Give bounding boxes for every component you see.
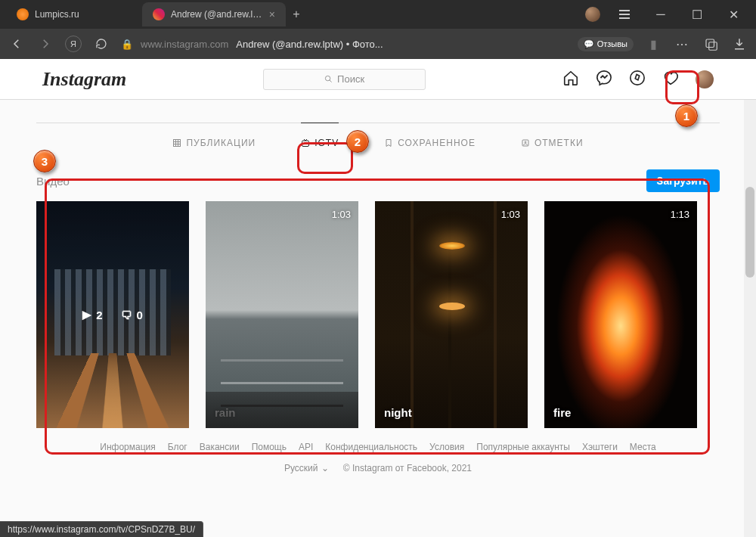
reload-button[interactable] bbox=[92, 35, 110, 53]
search-placeholder: Поиск bbox=[337, 73, 364, 85]
search-input[interactable]: Поиск bbox=[263, 69, 426, 90]
browser-tab-lumpics[interactable]: Lumpics.ru bbox=[6, 2, 142, 26]
grid-icon bbox=[172, 138, 181, 147]
window-minimize-button[interactable]: ─ bbox=[644, 3, 677, 26]
profile-tabs: ПУБЛИКАЦИИ IGTV СОХРАНЕННОЕ ОТМЕТКИ bbox=[36, 123, 720, 162]
bookmark-icon bbox=[384, 138, 393, 147]
instagram-logo[interactable]: Instagram bbox=[42, 68, 126, 91]
tagged-icon bbox=[521, 138, 530, 147]
new-tab-button[interactable]: + bbox=[286, 4, 307, 25]
tab-posts[interactable]: ПУБЛИКАЦИИ bbox=[172, 123, 256, 162]
browser-toolbar: Я 🔒 www.instagram.com Andrew (@and.rew.l… bbox=[0, 29, 756, 59]
svg-rect-4 bbox=[174, 139, 181, 146]
annotation-box-igtv bbox=[297, 142, 353, 174]
home-icon[interactable] bbox=[562, 70, 579, 89]
lock-icon: 🔒 bbox=[121, 39, 133, 50]
svg-rect-1 bbox=[709, 42, 717, 51]
forward-button[interactable] bbox=[36, 35, 54, 53]
window-close-button[interactable]: ✕ bbox=[717, 3, 750, 26]
svg-point-2 bbox=[325, 76, 330, 80]
browser-tab-instagram[interactable]: Andrew (@and.rew.lptw × bbox=[142, 2, 286, 26]
downloads-button[interactable] bbox=[730, 35, 748, 53]
annotation-marker-2: 2 bbox=[346, 130, 369, 153]
chevron-down-icon: ⌄ bbox=[321, 463, 329, 473]
search-icon bbox=[324, 75, 333, 83]
favicon-icon bbox=[153, 8, 165, 20]
reviews-button[interactable]: 💬Отзывы bbox=[578, 37, 634, 51]
tab-saved[interactable]: СОХРАНЕННОЕ bbox=[384, 123, 476, 162]
copyright-text: © Instagram от Facebook, 2021 bbox=[343, 463, 472, 473]
instagram-header: Instagram Поиск bbox=[0, 59, 756, 100]
back-button[interactable] bbox=[8, 35, 26, 53]
annotation-box-profile bbox=[665, 70, 699, 104]
close-tab-icon[interactable]: × bbox=[269, 8, 275, 20]
bookmark-button[interactable]: ▮ bbox=[644, 35, 662, 53]
vertical-scrollbar[interactable] bbox=[744, 100, 756, 537]
extensions-button[interactable] bbox=[702, 35, 720, 53]
scrollbar-thumb[interactable] bbox=[745, 187, 754, 278]
address-title: Andrew (@and.rew.lptw) • Фото... bbox=[236, 39, 383, 50]
speech-icon: 💬 bbox=[584, 39, 594, 49]
status-bar-url: https://www.instagram.com/tv/CPSnDZ7B_BU… bbox=[0, 521, 203, 537]
tab-tagged[interactable]: ОТМЕТКИ bbox=[521, 123, 584, 162]
tab-title: Lumpics.ru bbox=[35, 9, 132, 20]
window-maximize-button[interactable]: ☐ bbox=[680, 3, 714, 26]
tab-title: Andrew (@and.rew.lptw bbox=[171, 9, 263, 20]
annotation-marker-3: 3 bbox=[33, 150, 56, 172]
messenger-icon[interactable] bbox=[596, 70, 612, 89]
browser-tab-strip: Lumpics.ru Andrew (@and.rew.lptw × + ─ ☐… bbox=[0, 0, 756, 29]
yandex-home-button[interactable]: Я bbox=[65, 36, 82, 52]
svg-rect-0 bbox=[706, 39, 714, 48]
browser-menu-button[interactable] bbox=[608, 3, 641, 26]
language-selector[interactable]: Русский⌄ bbox=[284, 463, 329, 473]
annotation-box-videos bbox=[45, 178, 710, 455]
favicon-icon bbox=[17, 8, 29, 20]
svg-point-7 bbox=[525, 141, 526, 143]
address-domain: www.instagram.com bbox=[141, 39, 228, 50]
annotation-marker-1: 1 bbox=[675, 104, 698, 127]
browser-profile-avatar[interactable] bbox=[585, 7, 600, 22]
address-bar[interactable]: 🔒 www.instagram.com Andrew (@and.rew.lpt… bbox=[121, 33, 567, 55]
explore-icon[interactable] bbox=[629, 70, 646, 89]
svg-point-3 bbox=[631, 70, 644, 84]
more-button[interactable]: ⋯ bbox=[673, 35, 691, 53]
